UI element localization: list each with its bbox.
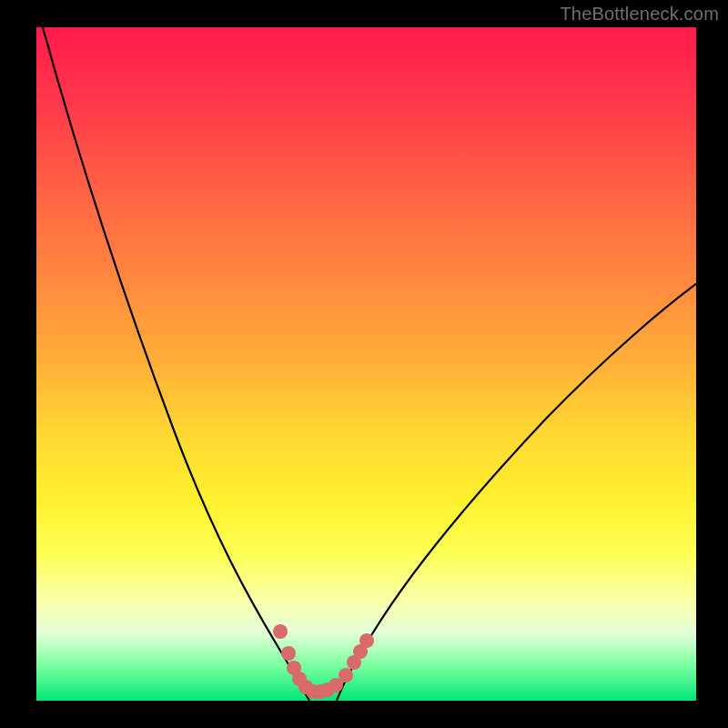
chart-frame: TheBottleneck.com xyxy=(0,0,728,728)
marker-dot xyxy=(273,624,288,639)
left-curve xyxy=(43,27,309,701)
marker-dot xyxy=(359,633,374,648)
marker-dot xyxy=(281,646,296,661)
marker-group xyxy=(273,624,374,699)
marker-dot xyxy=(339,668,353,682)
plot-area xyxy=(36,27,696,701)
watermark-text: TheBottleneck.com xyxy=(560,4,719,25)
chart-svg xyxy=(36,27,696,701)
right-curve xyxy=(337,284,696,701)
